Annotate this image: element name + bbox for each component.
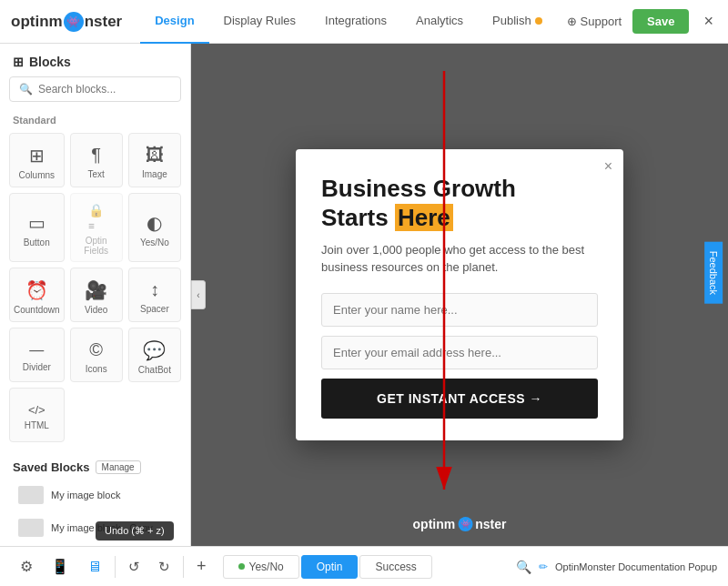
popup-name-input[interactable] [321,293,598,327]
popup-cta-button[interactable]: GET INSTANT ACCESS → [321,379,598,419]
bottom-toolbar: Undo (⌘ + z) ⚙ 📱 🖥 ↺ ↻ + Yes/No Optin Su… [0,546,728,586]
popup-modal: × Business GrowthStarts Here Join over 1… [296,149,623,440]
html-icon: </> [28,403,46,417]
popup-name-label: OptinMonster Documentation Popup [555,561,717,572]
video-icon: 🎥 [85,279,107,301]
yes-no-dot [238,563,245,570]
yes-no-icon: ◐ [147,212,162,234]
tab-yes-no[interactable]: Yes/No [223,555,299,579]
undo-tooltip: Undo (⌘ + z) [96,521,174,541]
bottom-search-icon[interactable]: 🔍 [516,560,531,574]
tab-integrations[interactable]: Integrations [310,0,401,44]
bottom-right: 🔍 ✏ OptinMonster Documentation Popup [516,560,717,574]
main-content: ⊞ Blocks 🔍 Standard ⊞ Columns ¶ Text 🖼 I… [0,44,728,546]
mobile-view-button[interactable]: 📱 [42,552,78,581]
toolbar-divider-2 [183,556,184,578]
logo-text-pre: optinm [11,13,63,31]
saved-block-thumb-1 [18,486,44,504]
saved-blocks-header: Saved Blocks Manage [0,451,190,480]
header-right: ⊕ Support Save × [567,8,717,35]
block-icons[interactable]: © Icons [70,328,123,382]
close-button[interactable]: × [700,8,717,35]
logo: optinm👾nster [11,12,122,32]
canvas-area: ‹ × Business GrowthStarts Here Join over… [191,44,728,546]
collapse-handle[interactable]: ‹ [191,280,206,309]
tab-success[interactable]: Success [359,555,431,579]
block-yes-no[interactable]: ◐ Yes/No [128,193,181,262]
tab-analytics[interactable]: Analytics [401,0,478,44]
sidebar-header: ⊞ Blocks [0,44,190,76]
manage-button[interactable]: Manage [96,460,141,474]
button-icon: ▭ [28,212,46,234]
canvas-logo-monster-icon: 👾 [458,517,472,531]
saved-block-thumb-2 [18,519,44,537]
text-icon: ¶ [91,145,101,166]
support-link[interactable]: ⊕ Support [567,15,622,28]
spacer-icon: ↕ [150,279,159,300]
block-video[interactable]: 🎥 Video [70,268,123,322]
block-text[interactable]: ¶ Text [70,133,123,187]
popup-subtitle: Join over 1,000 people who get access to… [321,241,598,277]
sidebar: ⊞ Blocks 🔍 Standard ⊞ Columns ¶ Text 🖼 I… [0,44,191,546]
support-icon: ⊕ [567,15,577,28]
undo-button[interactable]: ↺ [119,553,149,581]
block-countdown[interactable]: ⏰ Countdown [9,268,65,322]
popup-title: Business GrowthStarts Here [321,175,598,231]
saved-block-1[interactable]: My image block [5,480,185,510]
block-optin-fields[interactable]: 🔒≡ Optin Fields [70,193,123,262]
blocks-grid: ⊞ Columns ¶ Text 🖼 Image ▭ Button 🔒≡ Opt… [0,133,190,451]
block-divider[interactable]: — Divider [9,328,65,382]
block-chatbot[interactable]: 💬 ChatBot [128,328,181,382]
countdown-icon: ⏰ [25,279,48,301]
popup-email-input[interactable] [321,336,598,369]
image-icon: 🖼 [146,145,164,166]
redo-button[interactable]: ↻ [149,553,179,581]
optin-fields-icon: 🔒≡ [88,203,104,232]
block-spacer[interactable]: ↕ Spacer [128,268,181,322]
view-tabs: Yes/No Optin Success [223,555,434,579]
tab-design[interactable]: Design [140,0,208,44]
tab-publish[interactable]: Publish [478,0,557,44]
publish-badge [535,17,542,25]
header: optinm👾nster Design Display Rules Integr… [0,0,728,44]
chatbot-icon: 💬 [143,339,166,361]
tab-display-rules[interactable]: Display Rules [209,0,310,44]
logo-monster-icon: 👾 [64,12,84,32]
sidebar-title: Blocks [29,55,71,69]
standard-label: Standard [0,111,190,133]
toolbar-divider-1 [115,556,116,578]
block-button[interactable]: ▭ Button [9,193,65,262]
save-button[interactable]: Save [632,9,689,34]
nav-tabs: Design Display Rules Integrations Analyt… [140,0,566,44]
canvas-logo-text-post: nster [475,517,506,531]
columns-icon: ⊞ [29,145,45,167]
popup-title-highlight: Here [395,204,453,231]
block-columns[interactable]: ⊞ Columns [9,133,65,187]
bottom-edit-icon: ✏ [539,561,548,573]
settings-button[interactable]: ⚙ [11,552,42,581]
saved-blocks-label: Saved Blocks [13,460,90,474]
logo-text-post: nster [85,13,123,31]
desktop-view-button[interactable]: 🖥 [78,553,111,581]
search-icon: 🔍 [19,83,33,96]
search-box[interactable]: 🔍 [9,76,181,102]
tab-optin[interactable]: Optin [301,555,359,579]
icons-icon: © [89,339,103,360]
blocks-icon: ⊞ [13,55,24,69]
canvas-logo-text-pre: optinm [413,517,456,531]
feedback-tab[interactable]: Feedback [704,242,723,304]
block-image[interactable]: 🖼 Image [128,133,181,187]
divider-icon: — [29,342,44,359]
search-input[interactable] [38,83,171,96]
canvas-logo: optinm 👾 nster [413,517,507,531]
add-block-button[interactable]: + [187,551,216,581]
block-html[interactable]: </> HTML [9,388,65,442]
popup-close-button[interactable]: × [604,158,612,175]
